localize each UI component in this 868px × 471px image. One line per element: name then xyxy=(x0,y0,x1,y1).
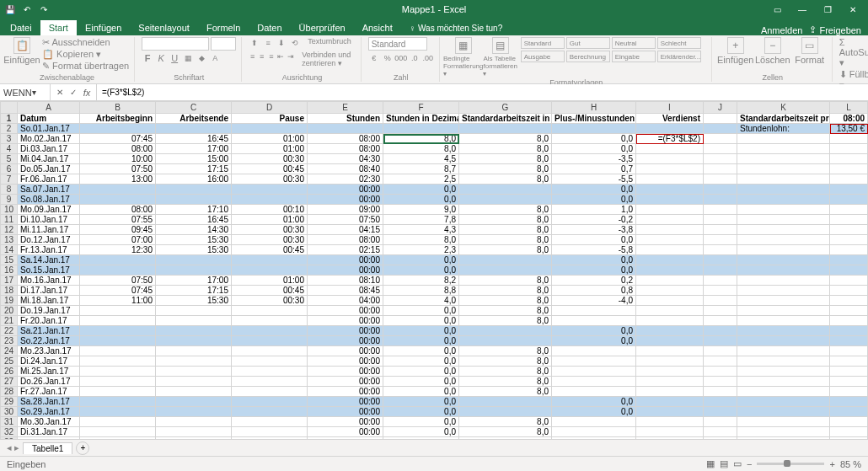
row-header[interactable]: 25 xyxy=(1,356,18,367)
cell[interactable]: 07:50 xyxy=(80,276,156,286)
wrap-text[interactable]: Textumbruch xyxy=(308,37,351,49)
cell[interactable] xyxy=(737,306,830,316)
cell[interactable]: 8,0 xyxy=(459,225,552,235)
cell[interactable]: Do.19.Jan.17 xyxy=(18,306,80,316)
cell[interactable] xyxy=(459,407,552,417)
cell[interactable]: 01:00 xyxy=(232,215,308,225)
cell[interactable]: Fr.20.Jan.17 xyxy=(18,316,80,326)
cell[interactable]: Di.31.Jan.17 xyxy=(18,427,80,437)
cell[interactable] xyxy=(704,377,737,387)
cell[interactable]: 0,0 xyxy=(383,417,459,427)
cell[interactable]: 00:00 xyxy=(308,367,383,377)
cell[interactable] xyxy=(737,417,830,427)
cell[interactable]: 08:00 xyxy=(308,144,383,154)
cell[interactable] xyxy=(18,437,80,440)
cell[interactable] xyxy=(552,124,636,134)
cell[interactable]: So.22.Jan.17 xyxy=(18,336,80,346)
cell[interactable]: 15:30 xyxy=(156,245,232,255)
cell[interactable] xyxy=(636,316,704,326)
cell[interactable]: Standardarbeitszeit in Dezimal xyxy=(459,114,552,124)
conditional-formatting[interactable]: ▦Bedingte Formatierung ▾ xyxy=(447,37,480,78)
style-cell[interactable]: Ausgabe xyxy=(521,51,565,62)
cell[interactable] xyxy=(552,387,636,397)
cell[interactable] xyxy=(704,407,737,417)
cell[interactable]: 8,0 xyxy=(459,235,552,245)
cell[interactable]: Stunden xyxy=(308,114,383,124)
cell[interactable] xyxy=(737,407,830,417)
cell[interactable]: 0,0 xyxy=(383,387,459,397)
cell[interactable]: Stundenlohn: xyxy=(737,124,830,134)
cell[interactable] xyxy=(830,387,868,397)
cell[interactable]: Do.12.Jan.17 xyxy=(18,235,80,245)
cell[interactable]: -4,0 xyxy=(552,296,636,306)
cell[interactable] xyxy=(830,356,868,367)
cell[interactable]: 8,0 xyxy=(459,205,552,215)
cell[interactable] xyxy=(156,387,232,397)
border-button[interactable]: ▦ xyxy=(182,52,194,64)
style-cell[interactable]: Schlecht xyxy=(657,37,701,49)
cell[interactable]: 0,0 xyxy=(383,185,459,195)
cell[interactable] xyxy=(636,356,704,367)
cell[interactable] xyxy=(704,265,737,276)
cell[interactable]: 17:15 xyxy=(156,164,232,174)
col-header[interactable]: B xyxy=(80,102,156,114)
cell[interactable] xyxy=(636,124,704,134)
indent-inc[interactable]: ⇥ xyxy=(287,51,295,62)
cell[interactable] xyxy=(830,306,868,316)
cell[interactable] xyxy=(830,286,868,296)
minimize-icon[interactable]: — xyxy=(790,2,814,17)
cell[interactable]: 0,0 xyxy=(383,326,459,336)
cell[interactable] xyxy=(737,316,830,326)
cell[interactable] xyxy=(636,174,704,185)
cell[interactable]: 0,0 xyxy=(552,144,636,154)
cell[interactable]: 07:00 xyxy=(80,235,156,245)
cell[interactable] xyxy=(156,407,232,417)
row-header[interactable]: 16 xyxy=(1,265,18,276)
cell[interactable]: 08:00 xyxy=(80,144,156,154)
cell[interactable] xyxy=(830,154,868,164)
cell[interactable] xyxy=(636,265,704,276)
cell[interactable]: 16:00 xyxy=(156,174,232,185)
cell[interactable] xyxy=(737,427,830,437)
cell[interactable]: 00:00 xyxy=(308,306,383,316)
cell[interactable]: 8,0 xyxy=(383,144,459,154)
tab-seitenlayout[interactable]: Seitenlayout xyxy=(130,20,198,35)
cell[interactable] xyxy=(80,397,156,407)
row-header[interactable]: 12 xyxy=(1,225,18,235)
cell[interactable]: So.01.Jan.17 xyxy=(18,124,80,134)
select-all[interactable] xyxy=(1,102,18,114)
cell[interactable]: Pause xyxy=(232,114,308,124)
row-header[interactable]: 20 xyxy=(1,306,18,316)
row-header[interactable]: 21 xyxy=(1,316,18,326)
cell[interactable] xyxy=(232,427,308,437)
cell[interactable] xyxy=(704,306,737,316)
cell[interactable]: 0,0 xyxy=(383,367,459,377)
cell[interactable]: 0,0 xyxy=(383,397,459,407)
cell[interactable] xyxy=(636,377,704,387)
cell[interactable] xyxy=(232,316,308,326)
cell[interactable] xyxy=(636,286,704,296)
cell[interactable] xyxy=(737,205,830,215)
inc-decimal[interactable]: .0 xyxy=(409,52,421,64)
cell[interactable]: 01:00 xyxy=(232,276,308,286)
cell[interactable] xyxy=(552,316,636,326)
cell[interactable]: Di.10.Jan.17 xyxy=(18,215,80,225)
cell[interactable]: 8,0 xyxy=(459,154,552,164)
cell[interactable] xyxy=(830,134,868,144)
cell[interactable] xyxy=(552,437,636,440)
cell[interactable] xyxy=(636,427,704,437)
cell[interactable] xyxy=(232,346,308,356)
cell[interactable]: Di.17.Jan.17 xyxy=(18,286,80,296)
cell[interactable] xyxy=(232,306,308,316)
cell[interactable] xyxy=(156,185,232,195)
cell[interactable]: 15:30 xyxy=(156,235,232,245)
cell[interactable] xyxy=(232,387,308,397)
cell[interactable]: 15:30 xyxy=(156,296,232,306)
cell[interactable] xyxy=(636,276,704,286)
cell[interactable] xyxy=(232,265,308,276)
cell[interactable] xyxy=(704,195,737,205)
cell[interactable]: 09:45 xyxy=(80,225,156,235)
cell[interactable] xyxy=(737,144,830,154)
cell[interactable]: 0,0 xyxy=(383,255,459,265)
cell[interactable] xyxy=(704,164,737,174)
